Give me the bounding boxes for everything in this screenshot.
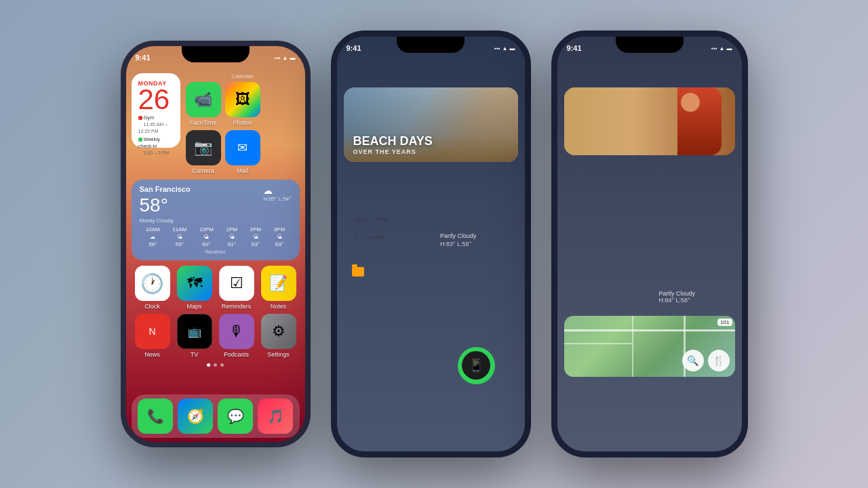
- phone-3: 9:41 ▪▪▪ ▲ ▬ 🔍 Search Welcome to the Mad…: [551, 30, 748, 458]
- weather-cloud-icon-1: ☁: [263, 185, 291, 196]
- cal-event-2: Weekly check-in 2:30 – 3 PM: [138, 136, 174, 156]
- mail-label: Mail: [237, 167, 248, 174]
- weather-right-1: ☁ H:65° L:54°: [263, 185, 291, 202]
- calendar-label: Calendar: [186, 73, 300, 79]
- weather-desc-1: Mostly Cloudy: [140, 218, 191, 224]
- signal-icon-3: ▪▪▪: [711, 45, 717, 52]
- battery-icon-2: ▬: [510, 45, 515, 52]
- spacer-1: [264, 82, 300, 126]
- wbw-desc: Partly Cloudy: [659, 290, 728, 297]
- dot-2: [214, 363, 217, 367]
- weather-temp-1: 58°: [140, 195, 191, 216]
- photo-widget-3: [564, 87, 735, 155]
- maps-icon: 🗺: [177, 266, 212, 301]
- facetime-label: FaceTime: [190, 119, 217, 126]
- app-settings[interactable]: ⚙ Settings: [261, 314, 296, 358]
- app-mail[interactable]: ✉ Mail: [225, 130, 260, 174]
- calendar-widget-1: Monday 26 Gym 11:45 AM – 12:15 PM Weekly…: [132, 73, 180, 148]
- notes-folder-icon: [352, 267, 364, 277]
- photos-label: Photos: [233, 119, 252, 126]
- weather-hour-4: 2PM🌤63°: [250, 226, 261, 247]
- page-dots-1: [132, 363, 300, 367]
- wsw-desc: Partly Cloudy: [440, 232, 511, 239]
- messages-icon: 💬: [218, 399, 253, 434]
- maps-search-btn[interactable]: 🔍: [682, 350, 704, 371]
- app-news[interactable]: N News: [135, 314, 170, 358]
- podcasts-icon: 🎙: [219, 314, 254, 349]
- clock-label: Clock: [144, 303, 160, 310]
- cal-dot-2: [138, 138, 142, 142]
- dock-safari[interactable]: 🧭: [178, 399, 213, 434]
- cal-event-1: Gym 11:45 AM – 12:15 PM: [138, 115, 174, 134]
- app-reminders[interactable]: ☑ Reminders: [219, 266, 254, 310]
- app-maps[interactable]: 🗺 Maps: [177, 266, 212, 310]
- app-grid-1: Calendar 📹 FaceTime 🖼 Photos 📷: [186, 73, 300, 174]
- app-photos[interactable]: 🖼 Photos: [225, 82, 260, 126]
- beach-sub: OVER THE YEARS: [353, 148, 509, 155]
- app-tv[interactable]: 📺 TV: [177, 314, 212, 358]
- map-highway-badge: 101: [717, 319, 732, 326]
- weather-hours-1: 10AM☁58° 11AM🌤59° 12PM🌤60° 1PM🌤61° 2PM🌤6…: [140, 226, 292, 247]
- maps-label: Maps: [186, 303, 201, 310]
- maps-search-icon: 🔍: [687, 355, 698, 366]
- maps-overlay: 🔍 🍴: [682, 350, 730, 371]
- dot-1: [207, 363, 210, 367]
- weather-top-1: San Francisco 58° Mostly Cloudy ☁ H:65° …: [140, 185, 292, 224]
- app-camera[interactable]: 📷 Camera: [186, 130, 221, 174]
- settings-icon: ⚙: [261, 314, 296, 349]
- music-icon: 🎵: [258, 399, 293, 434]
- maps-food-icon: 🍴: [713, 355, 724, 366]
- weather-label-1: Weather: [140, 249, 292, 255]
- wifi-icon-2: ▲: [502, 45, 508, 52]
- beach-title: BEACH DAYS: [353, 134, 509, 148]
- reminders-label: Reminders: [222, 303, 252, 310]
- maps-widget-3: 101 🔍 🍴: [564, 316, 735, 377]
- tv-icon: 📺: [177, 314, 212, 349]
- weather-hour-3: 1PM🌤61°: [226, 226, 237, 247]
- map-road-h2: [564, 343, 633, 344]
- settings-label: Settings: [267, 351, 290, 358]
- app-notes-1[interactable]: 📝 Notes: [261, 266, 296, 310]
- status-time-1: 9:41: [136, 54, 151, 62]
- csw-event-time-2: 1 – 1:30 PM: [355, 235, 391, 241]
- app-row-3: N News 📺 TV 🎙 Podcasts ⚙ Settings: [132, 314, 300, 358]
- status-time-2: 9:41: [347, 44, 361, 52]
- dock-music[interactable]: 🎵: [258, 399, 293, 434]
- weather-hour-2: 12PM🌤60°: [199, 226, 214, 247]
- weather-widget-1: San Francisco 58° Mostly Cloudy ☁ H:65° …: [132, 180, 300, 260]
- app-facetime[interactable]: 📹 FaceTime: [186, 82, 221, 126]
- phone-icon: 📞: [138, 399, 173, 434]
- wbw-hilow: H:84° L:58°: [659, 297, 728, 304]
- battery-icon-3: ▬: [727, 45, 732, 52]
- cal-dot-1: [138, 116, 142, 120]
- signal-icon-1: ▪▪▪: [275, 55, 281, 61]
- notes-label-1: Notes: [271, 303, 287, 310]
- status-icons-3: ▪▪▪ ▲ ▬: [711, 45, 732, 52]
- wifi-icon-3: ▲: [719, 45, 725, 52]
- news-icon: N: [135, 314, 170, 349]
- safari-icon: 🧭: [178, 399, 213, 434]
- signal-icon-2: ▪▪▪: [494, 45, 500, 52]
- notch-1: [182, 46, 250, 62]
- weather-city-1: San Francisco: [140, 185, 191, 193]
- maps-food-btn[interactable]: 🍴: [708, 350, 730, 371]
- status-icons-2: ▪▪▪ ▲ ▬: [494, 45, 515, 52]
- map-road-v1: [632, 316, 633, 377]
- dock-messages[interactable]: 💬: [218, 399, 253, 434]
- camera-label: Camera: [192, 167, 214, 174]
- app-clock[interactable]: 🕐 Clock: [135, 266, 170, 310]
- notch-3: [616, 37, 684, 53]
- app-podcasts[interactable]: 🎙 Podcasts: [219, 314, 254, 358]
- camera-icon: 📷: [186, 130, 221, 165]
- phone-2-screen: 9:41 ▪▪▪ ▲ ▬ 🔍 Search BEACH DAYS OVER TH…: [337, 37, 525, 451]
- weather-hilow-1: H:65° L:54°: [263, 196, 291, 202]
- person-head: [681, 93, 700, 112]
- wifi-icon-1: ▲: [283, 55, 288, 61]
- csw-event-time-1: 11 AM – 1 PM: [355, 216, 397, 222]
- weather-hour-0: 10AM☁58°: [146, 226, 160, 247]
- podcasts-label: Podcasts: [224, 351, 249, 358]
- facetime-icon: 📹: [186, 82, 221, 117]
- dock-phone[interactable]: 📞: [138, 399, 173, 434]
- status-time-3: 9:41: [567, 44, 582, 52]
- phone-3-screen: 9:41 ▪▪▪ ▲ ▬ 🔍 Search Welcome to the Mad…: [557, 37, 742, 451]
